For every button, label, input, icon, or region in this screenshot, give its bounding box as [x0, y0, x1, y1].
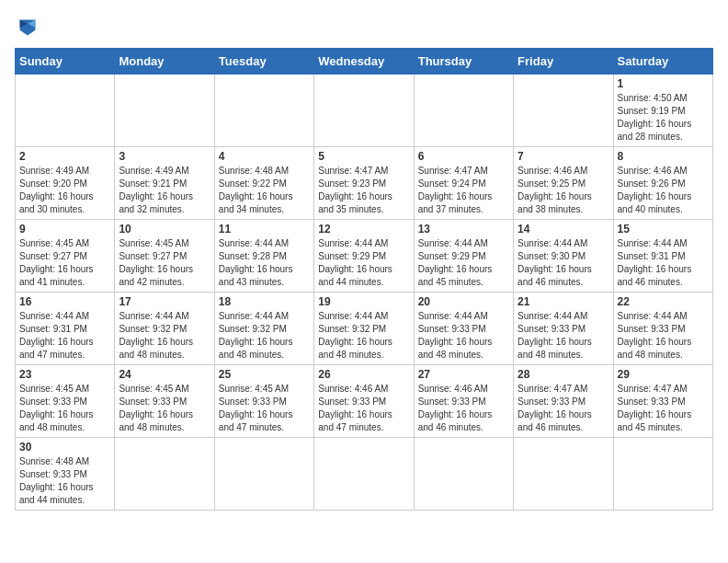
calendar-cell: 18Sunrise: 4:44 AM Sunset: 9:32 PM Dayli…	[214, 293, 313, 365]
calendar-table: SundayMondayTuesdayWednesdayThursdayFrid…	[15, 48, 713, 511]
day-info: Sunrise: 4:45 AM Sunset: 9:27 PM Dayligh…	[119, 237, 210, 289]
day-number: 17	[119, 295, 210, 308]
day-info: Sunrise: 4:44 AM Sunset: 9:29 PM Dayligh…	[418, 237, 509, 289]
week-row-2: 2Sunrise: 4:49 AM Sunset: 9:20 PM Daylig…	[16, 147, 713, 220]
day-info: Sunrise: 4:44 AM Sunset: 9:28 PM Dayligh…	[219, 237, 310, 289]
calendar-cell: 4Sunrise: 4:48 AM Sunset: 9:22 PM Daylig…	[214, 147, 313, 220]
logo	[15, 15, 44, 40]
day-number: 28	[518, 368, 609, 381]
column-header-friday: Friday	[514, 49, 613, 75]
day-number: 15	[618, 223, 709, 236]
day-info: Sunrise: 4:45 AM Sunset: 9:33 PM Dayligh…	[219, 383, 310, 434]
calendar-cell	[214, 438, 313, 511]
column-header-tuesday: Tuesday	[214, 49, 313, 75]
week-row-5: 23Sunrise: 4:45 AM Sunset: 9:33 PM Dayli…	[16, 365, 713, 438]
calendar-cell	[514, 75, 613, 147]
day-info: Sunrise: 4:46 AM Sunset: 9:25 PM Dayligh…	[518, 165, 609, 216]
calendar-cell: 26Sunrise: 4:46 AM Sunset: 9:33 PM Dayli…	[314, 365, 414, 438]
calendar-cell: 1Sunrise: 4:50 AM Sunset: 9:19 PM Daylig…	[613, 75, 712, 147]
calendar-cell	[115, 75, 214, 147]
day-number: 7	[518, 150, 609, 163]
day-number: 14	[518, 223, 609, 236]
column-header-wednesday: Wednesday	[314, 49, 414, 75]
day-number: 3	[119, 150, 210, 163]
day-info: Sunrise: 4:44 AM Sunset: 9:31 PM Dayligh…	[19, 310, 110, 362]
day-info: Sunrise: 4:44 AM Sunset: 9:31 PM Dayligh…	[618, 237, 709, 289]
column-header-saturday: Saturday	[613, 49, 712, 75]
calendar-cell: 6Sunrise: 4:47 AM Sunset: 9:24 PM Daylig…	[414, 147, 513, 220]
calendar-cell: 23Sunrise: 4:45 AM Sunset: 9:33 PM Dayli…	[16, 365, 115, 438]
day-info: Sunrise: 4:44 AM Sunset: 9:33 PM Dayligh…	[618, 310, 709, 362]
day-number: 24	[119, 368, 210, 381]
day-number: 4	[219, 150, 310, 163]
calendar-cell: 21Sunrise: 4:44 AM Sunset: 9:33 PM Dayli…	[514, 293, 613, 365]
day-info: Sunrise: 4:44 AM Sunset: 9:29 PM Dayligh…	[318, 237, 409, 289]
calendar-cell	[314, 75, 414, 147]
day-info: Sunrise: 4:46 AM Sunset: 9:26 PM Dayligh…	[618, 165, 709, 216]
day-info: Sunrise: 4:47 AM Sunset: 9:33 PM Dayligh…	[618, 383, 709, 434]
calendar-cell: 13Sunrise: 4:44 AM Sunset: 9:29 PM Dayli…	[414, 220, 513, 293]
column-header-thursday: Thursday	[414, 49, 513, 75]
day-info: Sunrise: 4:44 AM Sunset: 9:33 PM Dayligh…	[518, 310, 609, 362]
day-number: 19	[318, 295, 409, 308]
day-info: Sunrise: 4:44 AM Sunset: 9:32 PM Dayligh…	[318, 310, 409, 362]
day-number: 11	[219, 223, 310, 236]
calendar-cell: 27Sunrise: 4:46 AM Sunset: 9:33 PM Dayli…	[414, 365, 513, 438]
day-info: Sunrise: 4:46 AM Sunset: 9:33 PM Dayligh…	[318, 383, 409, 434]
day-info: Sunrise: 4:45 AM Sunset: 9:27 PM Dayligh…	[19, 237, 110, 289]
calendar-cell	[613, 438, 712, 511]
day-info: Sunrise: 4:50 AM Sunset: 9:19 PM Dayligh…	[618, 92, 709, 144]
calendar-header-row: SundayMondayTuesdayWednesdayThursdayFrid…	[16, 49, 713, 75]
column-header-sunday: Sunday	[16, 49, 115, 75]
day-info: Sunrise: 4:49 AM Sunset: 9:20 PM Dayligh…	[19, 165, 110, 216]
day-info: Sunrise: 4:46 AM Sunset: 9:33 PM Dayligh…	[418, 383, 509, 434]
calendar-cell: 10Sunrise: 4:45 AM Sunset: 9:27 PM Dayli…	[115, 220, 214, 293]
calendar-cell: 9Sunrise: 4:45 AM Sunset: 9:27 PM Daylig…	[16, 220, 115, 293]
calendar-cell: 11Sunrise: 4:44 AM Sunset: 9:28 PM Dayli…	[214, 220, 313, 293]
day-number: 8	[618, 150, 709, 163]
day-info: Sunrise: 4:44 AM Sunset: 9:30 PM Dayligh…	[518, 237, 609, 289]
day-number: 6	[418, 150, 509, 163]
week-row-6: 30Sunrise: 4:48 AM Sunset: 9:33 PM Dayli…	[16, 438, 713, 511]
calendar-cell	[414, 75, 513, 147]
day-number: 2	[19, 150, 110, 163]
calendar-cell: 8Sunrise: 4:46 AM Sunset: 9:26 PM Daylig…	[613, 147, 712, 220]
calendar-cell: 30Sunrise: 4:48 AM Sunset: 9:33 PM Dayli…	[16, 438, 115, 511]
calendar-cell: 28Sunrise: 4:47 AM Sunset: 9:33 PM Dayli…	[514, 365, 613, 438]
week-row-3: 9Sunrise: 4:45 AM Sunset: 9:27 PM Daylig…	[16, 220, 713, 293]
calendar-cell: 20Sunrise: 4:44 AM Sunset: 9:33 PM Dayli…	[414, 293, 513, 365]
calendar-cell: 5Sunrise: 4:47 AM Sunset: 9:23 PM Daylig…	[314, 147, 414, 220]
day-number: 10	[119, 223, 210, 236]
page-header	[15, 15, 713, 40]
calendar-cell: 22Sunrise: 4:44 AM Sunset: 9:33 PM Dayli…	[613, 293, 712, 365]
calendar-cell: 24Sunrise: 4:45 AM Sunset: 9:33 PM Dayli…	[115, 365, 214, 438]
day-info: Sunrise: 4:47 AM Sunset: 9:33 PM Dayligh…	[518, 383, 609, 434]
day-number: 29	[618, 368, 709, 381]
day-number: 27	[418, 368, 509, 381]
column-header-monday: Monday	[115, 49, 214, 75]
day-number: 23	[19, 368, 110, 381]
calendar-cell	[314, 438, 414, 511]
day-number: 1	[618, 77, 709, 90]
calendar-cell: 7Sunrise: 4:46 AM Sunset: 9:25 PM Daylig…	[514, 147, 613, 220]
calendar-cell: 3Sunrise: 4:49 AM Sunset: 9:21 PM Daylig…	[115, 147, 214, 220]
day-number: 26	[318, 368, 409, 381]
day-number: 9	[19, 223, 110, 236]
calendar-cell: 19Sunrise: 4:44 AM Sunset: 9:32 PM Dayli…	[314, 293, 414, 365]
day-info: Sunrise: 4:45 AM Sunset: 9:33 PM Dayligh…	[19, 383, 110, 434]
calendar-cell: 25Sunrise: 4:45 AM Sunset: 9:33 PM Dayli…	[214, 365, 313, 438]
day-number: 22	[618, 295, 709, 308]
calendar-cell	[115, 438, 214, 511]
calendar-cell	[16, 75, 115, 147]
day-info: Sunrise: 4:48 AM Sunset: 9:33 PM Dayligh…	[19, 455, 110, 507]
calendar-cell	[414, 438, 513, 511]
week-row-1: 1Sunrise: 4:50 AM Sunset: 9:19 PM Daylig…	[16, 75, 713, 147]
day-number: 30	[19, 441, 110, 454]
day-info: Sunrise: 4:47 AM Sunset: 9:24 PM Dayligh…	[418, 165, 509, 216]
calendar-cell: 17Sunrise: 4:44 AM Sunset: 9:32 PM Dayli…	[115, 293, 214, 365]
day-info: Sunrise: 4:47 AM Sunset: 9:23 PM Dayligh…	[318, 165, 409, 216]
general-blue-icon	[15, 15, 40, 40]
day-number: 25	[219, 368, 310, 381]
calendar-cell: 2Sunrise: 4:49 AM Sunset: 9:20 PM Daylig…	[16, 147, 115, 220]
week-row-4: 16Sunrise: 4:44 AM Sunset: 9:31 PM Dayli…	[16, 293, 713, 365]
